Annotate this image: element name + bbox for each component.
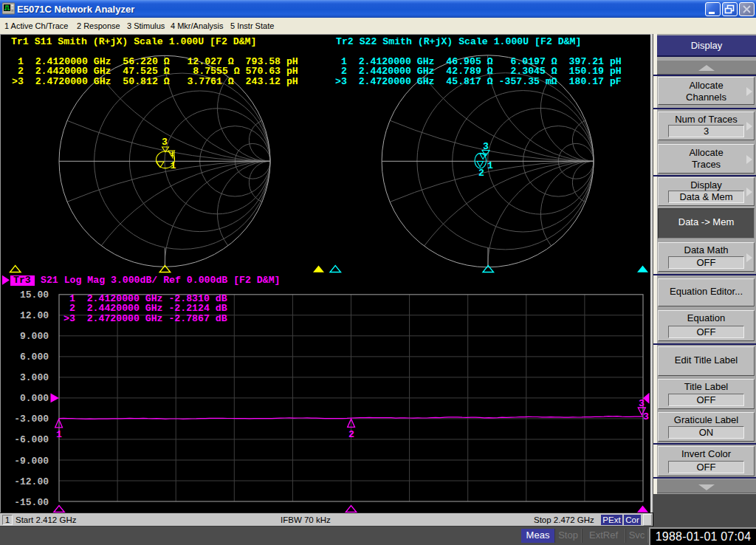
svg-text:15.00: 15.00 [20,289,49,301]
svg-text:9.000: 9.000 [20,331,49,342]
svg-text:3.000: 3.000 [20,372,49,383]
svg-text:12.00: 12.00 [20,310,49,321]
svg-text:0.000: 0.000 [20,393,49,404]
svg-text:-15.00: -15.00 [14,497,49,508]
svg-text:-6.000: -6.000 [14,434,49,445]
svg-text:-3.000: -3.000 [14,414,49,425]
svg-text:6.000: 6.000 [20,352,49,363]
svg-text:-12.00: -12.00 [14,476,49,487]
svg-text:-9.000: -9.000 [14,456,49,467]
